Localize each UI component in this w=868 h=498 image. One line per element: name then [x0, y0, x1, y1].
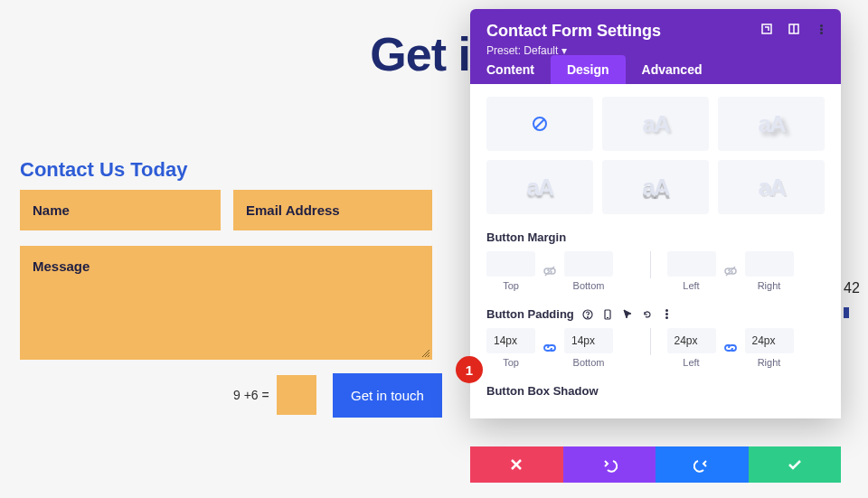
margin-top-label: Top	[503, 280, 519, 291]
expand-icon[interactable]	[760, 22, 774, 36]
svg-point-8	[587, 316, 588, 317]
shadow-preset-1[interactable]: aA	[602, 97, 709, 151]
link-icon[interactable]	[720, 337, 741, 359]
tab-design[interactable]: Design	[551, 55, 626, 84]
resize-handle-icon[interactable]	[421, 349, 430, 358]
submit-button[interactable]: Get in touch	[333, 373, 442, 418]
more-options-icon[interactable]	[661, 308, 674, 321]
email-field[interactable]: Email Address	[233, 190, 432, 230]
shadow-none-tile[interactable]	[486, 97, 593, 151]
shadow-preset-3[interactable]: aA	[486, 160, 593, 214]
padding-right-label: Right	[758, 357, 781, 368]
text-shadow-grid: aA aA aA aA aA	[486, 97, 825, 214]
svg-line-4	[535, 119, 544, 128]
margin-left-label: Left	[683, 280, 699, 291]
button-padding-row: Top Bottom Left Right	[486, 328, 825, 368]
stray-bar	[844, 307, 849, 318]
help-icon[interactable]	[581, 308, 594, 321]
save-button[interactable]	[749, 446, 842, 483]
panel-body: aA aA aA aA aA Button Margin Top Bottom	[470, 84, 841, 418]
captcha-input[interactable]	[277, 375, 316, 415]
shadow-preset-4[interactable]: aA	[602, 160, 709, 214]
padding-left-label: Left	[683, 357, 699, 368]
button-margin-label: Button Margin	[486, 230, 825, 244]
margin-bottom-input[interactable]	[564, 251, 613, 277]
margin-left-input[interactable]	[667, 251, 716, 277]
button-box-shadow-label: Button Box Shadow	[486, 384, 825, 398]
divider	[650, 328, 651, 355]
reset-icon[interactable]	[641, 308, 654, 321]
aa-icon: aA	[758, 110, 784, 138]
settings-panel: Contact Form Settings Preset: Default ▾ …	[470, 9, 841, 418]
margin-top-input[interactable]	[486, 251, 535, 277]
cancel-button[interactable]	[470, 446, 563, 483]
padding-bottom-label: Bottom	[573, 357, 605, 368]
link-icon[interactable]	[720, 260, 741, 282]
padding-top-label: Top	[503, 357, 519, 368]
svg-rect-0	[762, 24, 771, 33]
shadow-preset-5[interactable]: aA	[718, 160, 825, 214]
snap-icon[interactable]	[787, 22, 801, 36]
ban-icon	[531, 115, 549, 133]
hover-icon[interactable]	[621, 308, 634, 321]
message-label: Message	[33, 258, 90, 274]
padding-bottom-input[interactable]	[564, 328, 613, 353]
tab-content[interactable]: Content	[470, 55, 551, 84]
padding-right-input[interactable]	[745, 328, 794, 353]
aa-icon: aA	[526, 174, 552, 202]
divider	[650, 251, 651, 278]
aa-icon: aA	[642, 174, 668, 202]
margin-bottom-label: Bottom	[573, 280, 605, 291]
more-icon[interactable]	[814, 22, 828, 36]
stray-text: 42	[844, 280, 860, 296]
button-margin-row: Top Bottom Left Right	[486, 251, 825, 291]
panel-footer-actions	[470, 446, 841, 483]
aa-icon: aA	[642, 110, 668, 138]
message-field[interactable]: Message	[20, 246, 432, 360]
padding-top-input[interactable]	[486, 328, 535, 353]
link-icon[interactable]	[539, 337, 561, 359]
button-padding-label: Button Padding	[486, 307, 574, 321]
shadow-preset-2[interactable]: aA	[718, 97, 825, 151]
device-icon[interactable]	[601, 308, 614, 321]
margin-right-input[interactable]	[745, 251, 794, 277]
redo-button[interactable]	[656, 446, 749, 483]
panel-tabs: Content Design Advanced	[470, 55, 841, 84]
panel-header: Contact Form Settings Preset: Default ▾ …	[470, 9, 841, 84]
captcha-question: 9 +6 =	[233, 388, 269, 402]
name-field[interactable]: Name	[20, 190, 221, 230]
link-icon[interactable]	[539, 260, 561, 282]
callout-badge: 1	[456, 356, 483, 383]
undo-button[interactable]	[563, 446, 656, 483]
margin-right-label: Right	[758, 280, 781, 291]
tab-advanced[interactable]: Advanced	[626, 55, 719, 84]
contact-heading: Contact Us Today	[20, 158, 187, 182]
padding-left-input[interactable]	[667, 328, 716, 353]
aa-icon: aA	[758, 174, 784, 202]
